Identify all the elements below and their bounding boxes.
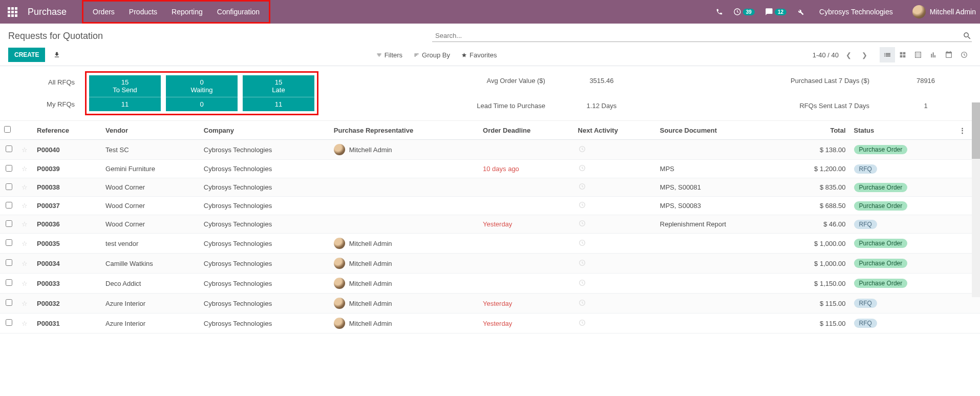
table-row[interactable]: ☆ P00033 Deco Addict Cybrosys Technologi… <box>0 274 980 294</box>
col-deadline[interactable]: Order Deadline <box>479 121 574 140</box>
clock-icon[interactable] <box>578 319 586 327</box>
select-all-checkbox[interactable] <box>4 126 11 133</box>
cell-deadline: Yesterday <box>479 215 574 234</box>
table-row[interactable]: ☆ P00040 Test SC Cybrosys Technologies M… <box>0 140 980 160</box>
stat-to-send[interactable]: 15To Send 11 <box>89 75 161 111</box>
col-status[interactable]: Status <box>850 121 955 140</box>
star-icon[interactable]: ☆ <box>17 314 33 334</box>
row-checkbox[interactable] <box>6 279 12 286</box>
filters-button[interactable]: Filters <box>376 51 402 59</box>
cell-activity <box>574 274 656 294</box>
clock-icon[interactable] <box>578 182 586 191</box>
row-checkbox[interactable] <box>6 299 12 306</box>
star-icon[interactable]: ☆ <box>17 160 33 178</box>
star-icon[interactable]: ☆ <box>17 254 33 274</box>
view-activity-icon[interactable] <box>956 47 972 62</box>
cell-total: $ 688.50 <box>782 197 850 215</box>
cell-deadline <box>479 197 574 215</box>
col-reference[interactable]: Reference <box>33 121 101 140</box>
star-icon[interactable]: ☆ <box>17 197 33 215</box>
my-rfqs-label[interactable]: My RFQs <box>8 93 75 115</box>
rep-name: Mitchell Admin <box>349 320 392 327</box>
phone-icon[interactable] <box>716 8 723 15</box>
cell-total: $ 835.00 <box>782 178 850 197</box>
search-bar[interactable] <box>432 30 972 42</box>
table-row[interactable]: ☆ P00031 Azure Interior Cybrosys Technol… <box>0 314 980 334</box>
app-brand[interactable]: Purchase <box>28 7 67 17</box>
menu-configuration[interactable]: Configuration <box>210 8 267 16</box>
cell-status: Purchase Order <box>850 254 955 274</box>
view-kanban-icon[interactable] <box>895 47 910 62</box>
view-graph-icon[interactable] <box>926 47 941 62</box>
favorites-button[interactable]: Favorites <box>461 51 497 59</box>
scrollbar[interactable] <box>972 102 980 297</box>
table-row[interactable]: ☆ P00038 Wood Corner Cybrosys Technologi… <box>0 178 980 197</box>
table-wrap[interactable]: Reference Vendor Company Purchase Repres… <box>0 121 980 388</box>
row-checkbox[interactable] <box>6 259 12 266</box>
clock-icon[interactable] <box>578 201 586 209</box>
pager-next-icon[interactable]: ❯ <box>862 51 867 59</box>
star-icon[interactable]: ☆ <box>17 234 33 254</box>
user-menu[interactable]: Mitchell Admin <box>912 5 976 18</box>
search-input[interactable] <box>432 30 963 41</box>
view-pivot-icon[interactable] <box>910 47 926 62</box>
create-button[interactable]: CREATE <box>8 48 45 62</box>
stat-late[interactable]: 15Late 11 <box>243 75 314 111</box>
col-rep[interactable]: Purchase Representative <box>330 121 479 140</box>
menu-orders[interactable]: Orders <box>86 8 122 16</box>
table-row[interactable]: ☆ P00032 Azure Interior Cybrosys Technol… <box>0 294 980 314</box>
apps-icon[interactable] <box>4 4 20 20</box>
stat-waiting[interactable]: 0Waiting 0 <box>166 75 238 111</box>
col-activity[interactable]: Next Activity <box>574 121 656 140</box>
clock-icon[interactable] <box>578 259 586 267</box>
col-total[interactable]: Total <box>782 121 850 140</box>
col-source[interactable]: Source Document <box>656 121 782 140</box>
all-rfqs-label[interactable]: All RFQs <box>8 71 75 93</box>
scrollbar-thumb[interactable] <box>972 102 980 159</box>
menu-reporting[interactable]: Reporting <box>164 8 210 16</box>
rep-avatar <box>334 278 345 289</box>
clock-icon[interactable] <box>578 145 586 153</box>
activities-icon[interactable]: 39 <box>733 8 755 16</box>
row-checkbox[interactable] <box>6 239 12 246</box>
clock-icon[interactable] <box>578 279 586 287</box>
row-checkbox[interactable] <box>6 145 12 152</box>
wrench-icon[interactable] <box>797 8 804 16</box>
col-vendor[interactable]: Vendor <box>101 121 200 140</box>
menu-products[interactable]: Products <box>122 8 164 16</box>
star-icon[interactable]: ☆ <box>17 178 33 197</box>
col-company[interactable]: Company <box>200 121 330 140</box>
import-icon[interactable] <box>53 51 60 58</box>
messages-icon[interactable]: 12 <box>765 8 786 16</box>
cell-status: RFQ <box>850 294 955 314</box>
cell-source: MPS, S00083 <box>656 197 782 215</box>
table-row[interactable]: ☆ P00037 Wood Corner Cybrosys Technologi… <box>0 197 980 215</box>
star-icon[interactable]: ☆ <box>17 215 33 234</box>
table-row[interactable]: ☆ P00035 test vendor Cybrosys Technologi… <box>0 234 980 254</box>
pager-prev-icon[interactable]: ❮ <box>846 51 851 59</box>
view-calendar-icon[interactable] <box>941 47 956 62</box>
groupby-button[interactable]: Group By <box>414 51 450 59</box>
table-row[interactable]: ☆ P00034 Camille Watkins Cybrosys Techno… <box>0 254 980 274</box>
cell-vendor: Azure Interior <box>101 294 200 314</box>
clock-icon[interactable] <box>578 219 586 227</box>
star-icon[interactable]: ☆ <box>17 294 33 314</box>
clock-icon[interactable] <box>578 239 586 247</box>
pager-text[interactable]: 1-40 / 40 <box>813 51 839 59</box>
row-checkbox[interactable] <box>6 202 12 209</box>
star-icon[interactable]: ☆ <box>17 140 33 160</box>
table-row[interactable]: ☆ P00036 Wood Corner Cybrosys Technologi… <box>0 215 980 234</box>
table-row[interactable]: ☆ P00039 Gemini Furniture Cybrosys Techn… <box>0 160 980 178</box>
cell-source <box>656 294 782 314</box>
row-checkbox[interactable] <box>6 183 12 190</box>
search-icon[interactable] <box>963 31 972 40</box>
row-checkbox[interactable] <box>6 319 12 326</box>
row-checkbox[interactable] <box>6 220 12 227</box>
star-icon[interactable]: ☆ <box>17 274 33 294</box>
row-checkbox[interactable] <box>6 165 12 172</box>
company-switcher[interactable]: Cybrosys Technologies <box>819 8 893 16</box>
clock-icon[interactable] <box>578 299 586 307</box>
view-list-icon[interactable] <box>880 47 895 62</box>
clock-icon[interactable] <box>578 164 586 172</box>
cell-company: Cybrosys Technologies <box>200 197 330 215</box>
